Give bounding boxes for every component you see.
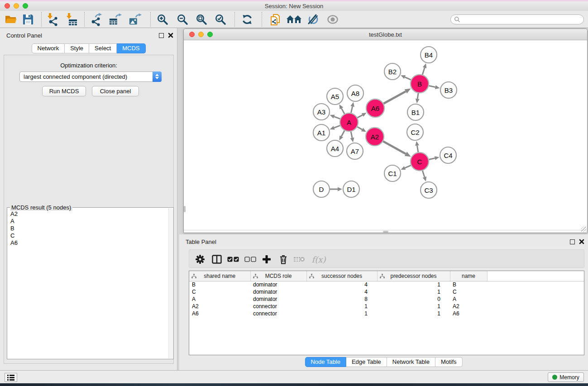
mcds-result-item[interactable]: B <box>10 225 173 232</box>
export-image-button[interactable] <box>129 13 142 26</box>
table-cell[interactable]: A <box>189 295 250 303</box>
table-cell[interactable]: 0 <box>377 295 450 303</box>
table-cell[interactable]: 1 <box>377 303 450 310</box>
graph-edge[interactable] <box>341 108 344 114</box>
tab-node-table[interactable]: Node Table <box>305 357 346 367</box>
table-settings-button[interactable] <box>194 253 206 266</box>
select-all-columns-button[interactable] <box>227 253 239 266</box>
import-table-button[interactable] <box>64 13 78 26</box>
search-field[interactable] <box>450 14 584 24</box>
graph-edge[interactable] <box>422 171 425 177</box>
table-cell[interactable]: 1 <box>377 310 450 317</box>
mcds-result-item[interactable]: A6 <box>10 239 173 247</box>
hide-panels-button[interactable] <box>306 13 320 26</box>
table-cell[interactable]: C <box>189 288 250 295</box>
table-cell[interactable]: B <box>189 281 250 288</box>
column-header-MCDS-role[interactable]: MCDS role <box>250 271 306 281</box>
import-network-button[interactable] <box>45 13 59 26</box>
table-cell[interactable]: 1 <box>377 281 450 288</box>
mcds-list-scrollbar[interactable] <box>168 208 173 358</box>
graph-edge[interactable] <box>429 158 435 160</box>
network-hscroll[interactable] <box>184 230 587 233</box>
table-row[interactable]: Bdominator41B <box>189 281 584 288</box>
run-mcds-button[interactable]: Run MCDS <box>42 86 86 96</box>
table-row[interactable]: A2connector11A2 <box>189 303 584 310</box>
float-panel-icon[interactable] <box>159 33 164 38</box>
zoom-fit-button[interactable] <box>195 13 208 26</box>
table-cell[interactable]: dominator <box>250 288 306 295</box>
graph-edge[interactable] <box>358 115 363 118</box>
close-panel-icon[interactable] <box>168 33 173 38</box>
table-cell[interactable]: 8 <box>306 295 377 303</box>
table-cell[interactable]: dominator <box>250 295 306 303</box>
graph-edge[interactable] <box>417 146 418 152</box>
table-cell[interactable]: A6 <box>450 310 487 317</box>
delete-column-button[interactable] <box>277 253 290 266</box>
table-cell[interactable]: A <box>450 295 487 303</box>
zoom-selected-button[interactable] <box>214 13 227 26</box>
table-cell[interactable]: B <box>450 281 487 288</box>
tab-edge-table[interactable]: Edge Table <box>346 357 387 367</box>
close-panel-button[interactable]: Close panel <box>92 86 139 96</box>
network-zoom-button[interactable] <box>207 32 213 37</box>
tab-mcds[interactable]: MCDS <box>117 43 145 53</box>
open-session-button[interactable] <box>4 13 18 26</box>
network-hscroll-thumb[interactable] <box>383 231 388 233</box>
show-column-button[interactable] <box>210 253 223 266</box>
resize-grip-icon[interactable] <box>581 227 587 232</box>
refresh-view-button[interactable] <box>240 13 254 26</box>
graph-edge[interactable] <box>383 91 406 104</box>
mcds-result-item[interactable]: C <box>10 232 173 239</box>
table-cell[interactable]: A2 <box>450 303 487 310</box>
table-cell[interactable]: 4 <box>306 281 377 288</box>
mcds-result-item[interactable]: A <box>10 218 173 225</box>
network-close-button[interactable] <box>189 32 195 37</box>
criterion-dropdown[interactable]: largest connected component (directed) <box>19 71 162 82</box>
search-input[interactable] <box>460 16 578 23</box>
save-session-button[interactable] <box>21 13 35 26</box>
graph-edge[interactable] <box>422 68 425 75</box>
minimize-window-button[interactable] <box>14 3 19 9</box>
graph-edge[interactable] <box>383 141 406 154</box>
table-cell[interactable]: C <box>450 288 487 295</box>
graph-edge[interactable] <box>417 93 418 99</box>
show-panels-button[interactable] <box>326 13 339 26</box>
graph-edge[interactable] <box>357 127 362 129</box>
zoom-out-button[interactable] <box>176 13 189 26</box>
table-cell[interactable]: 4 <box>306 288 377 295</box>
graph-edge[interactable] <box>405 77 411 80</box>
float-table-panel-icon[interactable] <box>570 239 575 244</box>
export-network-button[interactable] <box>90 13 103 26</box>
cybrowser-button[interactable] <box>286 13 302 26</box>
tab-network-table[interactable]: Network Table <box>387 357 435 367</box>
graph-edge[interactable] <box>334 117 340 119</box>
column-header-successor-nodes[interactable]: successor nodes <box>306 271 377 281</box>
network-minimize-button[interactable] <box>198 32 204 37</box>
graph-edge[interactable] <box>351 106 352 113</box>
node-table[interactable]: shared nameMCDS rolesuccessor nodesprede… <box>189 271 584 355</box>
table-row[interactable]: Adominator80A <box>189 295 584 303</box>
graph-edge[interactable] <box>334 125 340 128</box>
graph-edge[interactable] <box>351 132 352 138</box>
unselect-all-columns-button[interactable] <box>244 253 257 266</box>
graph-edge[interactable] <box>341 131 344 137</box>
create-column-button[interactable] <box>260 253 273 266</box>
table-cell[interactable]: 1 <box>306 303 377 310</box>
tab-select[interactable]: Select <box>89 43 117 53</box>
table-cell[interactable]: 1 <box>377 288 450 295</box>
network-window-titlebar[interactable]: testGlobe.txt <box>184 29 587 40</box>
close-window-button[interactable] <box>5 3 10 9</box>
tab-style[interactable]: Style <box>65 43 89 53</box>
column-header-shared-name[interactable]: shared name <box>189 271 250 281</box>
table-cell[interactable]: A6 <box>189 310 250 317</box>
export-table-button[interactable] <box>109 13 122 26</box>
network-canvas[interactable]: B4B2BB3A8A5A6A3B1AA1C2A2A4A7C4CC1C3DD1 <box>184 40 587 230</box>
table-row[interactable]: A6connector11A6 <box>189 310 584 317</box>
tab-motifs[interactable]: Motifs <box>435 357 463 367</box>
column-header-name[interactable]: name <box>450 271 487 281</box>
zoom-in-button[interactable] <box>156 13 169 26</box>
mcds-result-item[interactable]: A2 <box>10 210 173 218</box>
zoom-window-button[interactable] <box>23 3 28 9</box>
memory-button[interactable]: Memory <box>548 372 584 382</box>
table-cell[interactable]: dominator <box>250 281 306 288</box>
